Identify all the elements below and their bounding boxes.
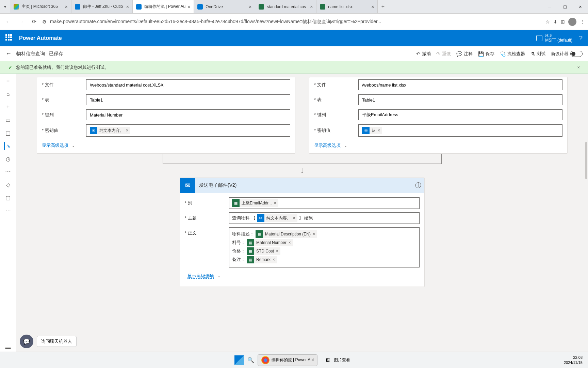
- check-icon: ✓: [8, 64, 13, 71]
- table-input[interactable]: Table1: [358, 94, 562, 105]
- scrollbar-thumb[interactable]: [585, 142, 587, 179]
- menu-icon[interactable]: ⋮: [580, 19, 585, 25]
- download-icon[interactable]: ⬇: [553, 19, 557, 25]
- chevron-down-icon: ⌄: [217, 274, 220, 278]
- close-icon[interactable]: ×: [187, 4, 190, 10]
- key-value-input[interactable]: ✉ 从 ×: [358, 124, 562, 137]
- dynamic-token[interactable]: ✉ 从 ×: [362, 127, 382, 134]
- close-icon[interactable]: ×: [65, 4, 68, 10]
- waffle-icon[interactable]: [5, 34, 14, 42]
- extensions-icon[interactable]: ⊞: [561, 19, 565, 25]
- browser-tab-2[interactable]: 编辑你的流 | Power Au ×: [133, 0, 194, 13]
- remove-token-icon[interactable]: ×: [274, 201, 276, 205]
- redo-button[interactable]: ↷重做: [436, 51, 451, 57]
- environment-selector[interactable]: 环境 MSFT (default): [536, 34, 572, 43]
- maximize-button[interactable]: □: [557, 4, 573, 10]
- start-button[interactable]: [234, 355, 244, 365]
- table-input[interactable]: Table1: [86, 94, 290, 105]
- close-icon[interactable]: ×: [310, 4, 313, 10]
- approvals-icon[interactable]: ◷: [4, 155, 12, 163]
- dynamic-token[interactable]: ▦ 上级EmailAddr... ×: [232, 199, 278, 207]
- key-column-input[interactable]: Material Number: [86, 109, 290, 120]
- key-value-input[interactable]: ✉ 纯文本内容。 ×: [86, 124, 290, 137]
- dynamic-token[interactable]: ▦ Material Number ×: [247, 239, 293, 246]
- show-advanced-link[interactable]: 显示高级选项: [314, 143, 341, 148]
- test-button[interactable]: ⚗测试: [530, 51, 545, 57]
- outlook-icon: ✉: [90, 127, 97, 134]
- browser-tab-4[interactable]: standard material cos ×: [255, 0, 316, 13]
- site-info-icon[interactable]: ⚙: [42, 19, 47, 25]
- notification-text: 您的流已准备就绪。我们建议您对其进行测试。: [16, 64, 109, 71]
- learn-icon[interactable]: ◫: [4, 129, 12, 137]
- email-to-input[interactable]: ▦ 上级EmailAddr... ×: [229, 197, 420, 209]
- more-icon[interactable]: ⋯: [4, 206, 12, 215]
- outlook-icon: ✉: [180, 178, 195, 193]
- url-text[interactable]: make.powerautomate.com/environments/Defa…: [50, 19, 542, 25]
- minimize-button[interactable]: ─: [542, 4, 557, 10]
- reload-button[interactable]: ⟳: [29, 17, 39, 27]
- star-icon[interactable]: ☆: [545, 19, 550, 25]
- taskbar-image-viewer[interactable]: 🖼 图片查看: [320, 355, 354, 366]
- monitor-icon[interactable]: 〰: [4, 168, 12, 176]
- remove-token-icon[interactable]: ×: [293, 216, 295, 220]
- dynamic-token[interactable]: ▦ Material Description (EN) ×: [256, 230, 317, 238]
- desktop-icon[interactable]: ▢: [4, 194, 12, 202]
- new-designer-toggle[interactable]: 新设计器: [551, 51, 583, 57]
- flow-canvas[interactable]: *文件 /weboos/standard material cost.XLSX …: [16, 74, 588, 352]
- undo-button[interactable]: ↶撤消: [416, 51, 431, 57]
- email-body-input[interactable]: 物料描述： ▦ Material Description (EN) × 料号： …: [229, 227, 420, 267]
- dynamic-token[interactable]: ▦ Remark ×: [247, 256, 277, 263]
- remove-token-icon[interactable]: ×: [313, 232, 315, 236]
- forward-button[interactable]: →: [16, 17, 26, 27]
- show-advanced-link[interactable]: 显示高级选项: [187, 273, 214, 279]
- flow-checker-button[interactable]: 🩺流检查器: [500, 51, 525, 57]
- platform-icon[interactable]: ▬: [4, 343, 12, 352]
- remove-token-icon[interactable]: ×: [276, 249, 278, 254]
- ai-icon[interactable]: ◇: [4, 181, 12, 189]
- back-button[interactable]: ←: [3, 17, 13, 27]
- outlook-icon: [75, 4, 80, 10]
- close-icon[interactable]: ×: [371, 4, 374, 10]
- save-button[interactable]: 💾保存: [478, 51, 494, 57]
- taskbar-clock[interactable]: 22:08 2024/11/15: [564, 355, 583, 365]
- card-header[interactable]: ✉ 发送电子邮件(V2) ⓘ: [180, 178, 424, 193]
- remove-token-icon[interactable]: ×: [273, 257, 275, 262]
- email-subject-input[interactable]: 查询物料 【 ✉ 纯文本内容。 × 】 结果: [229, 212, 420, 224]
- browser-tab-5[interactable]: name list.xlsx ×: [316, 0, 378, 13]
- back-arrow-button[interactable]: ←: [5, 50, 12, 57]
- remove-token-icon[interactable]: ×: [289, 240, 291, 245]
- dynamic-token[interactable]: ✉ 纯文本内容。 ×: [257, 214, 297, 222]
- remove-token-icon[interactable]: ×: [378, 128, 380, 133]
- hamburger-icon[interactable]: ≡: [4, 77, 12, 85]
- help-icon[interactable]: ?: [579, 35, 583, 42]
- close-icon[interactable]: ×: [126, 4, 129, 10]
- close-icon[interactable]: ×: [249, 4, 251, 10]
- chatbot-label: 询问聊天机器人: [37, 336, 77, 347]
- dynamic-token[interactable]: ✉ 纯文本内容。 ×: [90, 127, 130, 134]
- tab-search-dropdown[interactable]: ▾: [0, 4, 10, 9]
- taskbar-chrome[interactable]: 编辑你的流 | Power Aut: [258, 354, 317, 366]
- excel-get-row-card-left: *文件 /weboos/standard material cost.XLSX …: [37, 77, 295, 154]
- dynamic-token[interactable]: ▦ STD Cost ×: [247, 247, 280, 255]
- browser-tab-1[interactable]: 邮件 - Jeff Zhu - Outlo ×: [71, 0, 133, 13]
- flows-icon[interactable]: ∿: [4, 142, 12, 150]
- comment-button[interactable]: 💬注释: [456, 51, 473, 57]
- new-tab-button[interactable]: +: [378, 4, 388, 10]
- key-column-input[interactable]: 平级EmailAddress: [358, 109, 562, 120]
- file-input[interactable]: /weboos/name list.xlsx: [358, 79, 562, 90]
- profile-icon[interactable]: [568, 18, 576, 26]
- remove-token-icon[interactable]: ×: [126, 128, 128, 133]
- chatbot-button[interactable]: 💬: [20, 335, 33, 348]
- browser-tab-0[interactable]: 主页 | Microsoft 365 ×: [10, 0, 71, 13]
- toggle-icon[interactable]: [570, 51, 583, 57]
- home-icon[interactable]: ⌂: [4, 90, 12, 98]
- close-window-button[interactable]: ×: [573, 4, 588, 10]
- close-icon[interactable]: ×: [577, 65, 580, 70]
- file-input[interactable]: /weboos/standard material cost.XLSX: [86, 79, 290, 90]
- create-icon[interactable]: +: [4, 103, 12, 111]
- search-icon[interactable]: 🔍: [247, 356, 255, 364]
- card-menu-button[interactable]: ⓘ: [412, 181, 424, 189]
- browser-tab-3[interactable]: OneDrive ×: [194, 0, 255, 13]
- templates-icon[interactable]: ▭: [4, 116, 12, 124]
- show-advanced-link[interactable]: 显示高级选项: [42, 143, 68, 148]
